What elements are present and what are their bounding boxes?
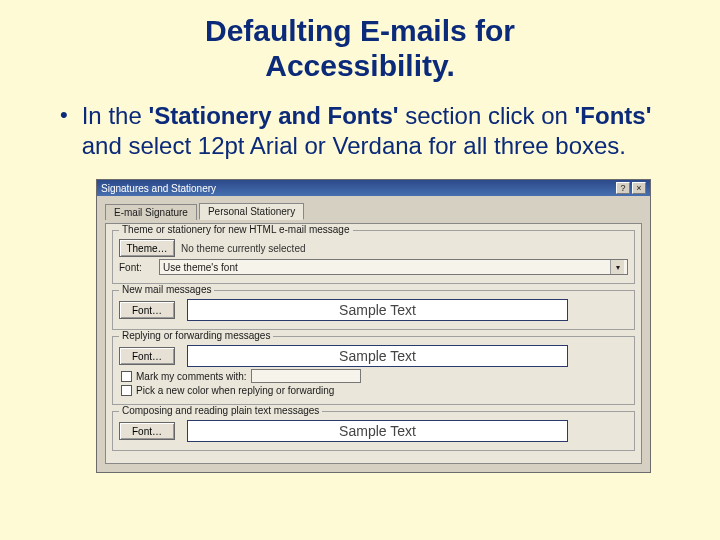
title-line-1: Defaulting E-mails for [205,14,515,47]
chevron-down-icon: ▾ [610,260,624,274]
bullet-item: • In the 'Stationery and Fonts' section … [60,101,680,161]
close-button[interactable]: × [632,182,646,194]
tab-strip: E-mail Signature Personal Stationery [105,202,642,219]
group-theme: Theme or stationery for new HTML e-mail … [112,230,635,284]
tab-email-signature[interactable]: E-mail Signature [105,204,197,220]
legend-reply-forward: Replying or forwarding messages [119,330,273,341]
theme-note: No theme currently selected [181,243,306,254]
label-new-color: Pick a new color when replying or forwar… [136,385,334,396]
legend-theme: Theme or stationery for new HTML e-mail … [119,224,353,235]
font-theme-select[interactable]: Use theme's font ▾ [159,259,628,275]
sample-new-mail-text: Sample Text [339,302,416,318]
bullet-dot-icon: • [60,101,68,161]
checkbox-mark-comments[interactable] [121,371,132,382]
sample-reply: Sample Text [187,345,568,367]
slide-title: Defaulting E-mails for Accessibility. [40,14,680,83]
sample-new-mail: Sample Text [187,299,568,321]
tab-panel-personal-stationery: Theme or stationery for new HTML e-mail … [105,223,642,464]
font-label: Font: [119,262,153,273]
help-button[interactable]: ? [616,182,630,194]
font-theme-select-value: Use theme's font [163,262,238,273]
signatures-stationery-dialog: Signatures and Stationery ? × E-mail Sig… [96,179,651,473]
input-mark-comments[interactable] [251,369,361,383]
sample-plain-text: Sample Text [339,423,416,439]
dialog-title: Signatures and Stationery [101,183,216,194]
font-button-plain[interactable]: Font… [119,422,175,440]
group-new-mail: New mail messages Font… Sample Text [112,290,635,330]
legend-new-mail: New mail messages [119,284,214,295]
font-button-reply[interactable]: Font… [119,347,175,365]
font-button-new-mail[interactable]: Font… [119,301,175,319]
group-plain-text: Composing and reading plain text message… [112,411,635,451]
sample-plain: Sample Text [187,420,568,442]
tab-personal-stationery[interactable]: Personal Stationery [199,203,304,220]
title-line-2: Accessibility. [265,49,455,82]
label-mark-comments: Mark my comments with: [136,371,247,382]
legend-plain-text: Composing and reading plain text message… [119,405,322,416]
theme-button[interactable]: Theme… [119,239,175,257]
sample-reply-text: Sample Text [339,348,416,364]
dialog-titlebar: Signatures and Stationery ? × [97,180,650,196]
bullet-text: In the 'Stationery and Fonts' section cl… [82,101,680,161]
checkbox-new-color[interactable] [121,385,132,396]
group-reply-forward: Replying or forwarding messages Font… Sa… [112,336,635,405]
